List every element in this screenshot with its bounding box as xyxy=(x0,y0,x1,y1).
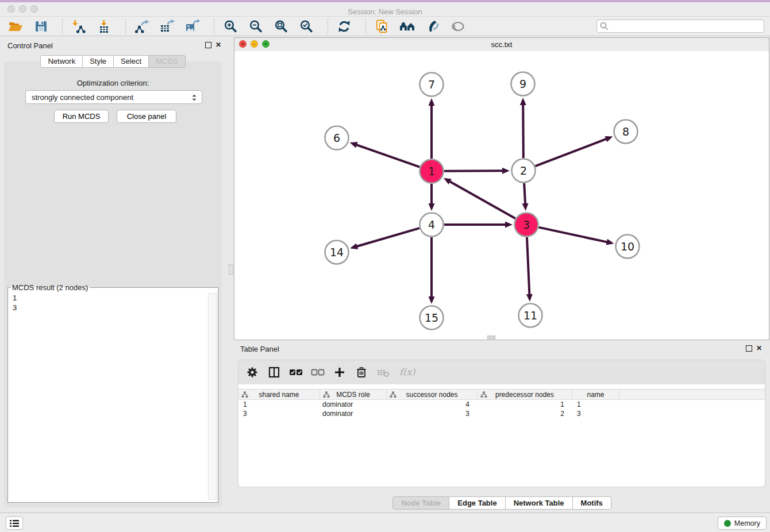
column-header-predecessor-nodes[interactable]: predecessor nodes xyxy=(478,390,572,399)
unchecked-boxes-icon xyxy=(311,365,325,379)
horizontal-splitter-handle[interactable] xyxy=(487,336,495,340)
column-header-label: shared name xyxy=(259,391,299,399)
fx-label: f(x) xyxy=(399,367,415,377)
table-cell[interactable]: dominator xyxy=(320,409,387,418)
vertical-splitter-handle[interactable] xyxy=(229,264,233,275)
graph-node-label: 6 xyxy=(333,132,340,144)
open-session-button[interactable] xyxy=(6,18,25,35)
deselect-all-columns-button[interactable] xyxy=(311,365,325,379)
column-header-name[interactable]: name xyxy=(572,390,619,399)
table-settings-button[interactable] xyxy=(245,365,259,379)
column-type-icon xyxy=(323,391,330,398)
export-table-icon xyxy=(160,20,175,33)
mcds-result-line: 3 xyxy=(13,303,17,313)
table-cell[interactable]: 1 xyxy=(238,400,320,409)
search-icon xyxy=(600,22,609,30)
zoom-out-button[interactable] xyxy=(246,18,265,35)
table-cell[interactable]: 3 xyxy=(387,409,478,418)
tab-edge-table[interactable]: Edge Table xyxy=(449,496,505,510)
delete-column-button[interactable] xyxy=(355,365,368,379)
memory-label: Memory xyxy=(734,519,760,527)
close-panel-button-2[interactable]: Close panel xyxy=(117,110,176,123)
column-header-shared-name[interactable]: shared name xyxy=(238,390,320,399)
refresh-button[interactable] xyxy=(334,18,354,35)
table-cell[interactable]: 2 xyxy=(478,409,572,418)
zoom-out-icon xyxy=(249,20,263,33)
export-image-button[interactable] xyxy=(183,18,202,35)
table-row[interactable]: 3dominator323 xyxy=(238,409,765,418)
graph-edge-arrowhead xyxy=(606,239,614,245)
save-session-button[interactable] xyxy=(31,18,51,35)
graph-edge-2-8[interactable] xyxy=(536,138,607,166)
criterion-dropdown[interactable]: strongly connected component xyxy=(25,90,202,104)
graphics-details-button[interactable] xyxy=(423,18,442,35)
table-cell[interactable]: 1 xyxy=(478,400,572,409)
graph-edge-arrowhead xyxy=(522,203,529,211)
network-file-icon xyxy=(375,20,389,33)
table-cell[interactable]: 3 xyxy=(572,409,619,418)
graph-edge-1-2[interactable] xyxy=(444,171,503,171)
graph-edge-1-6[interactable] xyxy=(356,145,419,167)
zoom-selected-button[interactable] xyxy=(297,18,316,35)
task-history-button[interactable] xyxy=(6,516,23,530)
table-tabbar: Node TableEdge TableNetwork TableMotifs xyxy=(234,496,770,510)
table-row[interactable]: 1dominator411 xyxy=(238,400,765,409)
import-network-icon xyxy=(72,20,86,33)
graph-edge-arrowhead xyxy=(605,136,613,142)
app-titlebar: Session: New Session xyxy=(0,2,770,17)
zoom-in-button[interactable] xyxy=(221,18,240,35)
float-panel-button[interactable] xyxy=(204,41,212,49)
column-header-successor-nodes[interactable]: successor nodes xyxy=(387,390,478,399)
table-cell[interactable]: dominator xyxy=(320,400,387,409)
import-network-button[interactable] xyxy=(69,18,88,35)
create-column-button[interactable] xyxy=(333,365,346,379)
table-float-button[interactable] xyxy=(745,344,753,352)
graph-edge-2-3[interactable] xyxy=(524,183,525,205)
graph-node-label: 11 xyxy=(523,309,537,322)
function-builder-button[interactable]: f(x) xyxy=(398,365,418,379)
show-column-panel-button[interactable] xyxy=(267,365,281,379)
graph-edge-4-14[interactable] xyxy=(356,228,419,246)
control-panel-header: Control Panel ✕ xyxy=(0,38,226,53)
export-network-button[interactable] xyxy=(132,18,152,35)
run-mcds-button[interactable]: Run MCDS xyxy=(54,110,109,123)
graph-edge-3-10[interactable] xyxy=(539,228,608,242)
mcds-result-box[interactable]: MCDS result (2 nodes) 13 xyxy=(7,283,218,503)
close-panel-button[interactable]: ✕ xyxy=(214,41,222,49)
first-neighbors-button[interactable] xyxy=(398,18,417,35)
graph-node-label: 3 xyxy=(523,218,530,231)
network-window-titlebar: × − + scc.txt xyxy=(234,38,769,52)
table-close-button[interactable]: ✕ xyxy=(755,344,763,352)
zoom-fit-button[interactable] xyxy=(271,18,291,35)
tab-motifs[interactable]: Motifs xyxy=(573,496,611,510)
zoom-fit-icon xyxy=(274,20,288,33)
new-network-file-button[interactable] xyxy=(372,18,392,35)
show-hide-details-button[interactable] xyxy=(448,18,468,35)
memory-button[interactable]: Memory xyxy=(718,516,767,530)
delete-table-button[interactable] xyxy=(376,365,390,379)
tab-mcds[interactable]: MCDS xyxy=(149,55,185,68)
table-cell[interactable]: 1 xyxy=(572,400,619,409)
column-header-MCDS-role[interactable]: MCDS role xyxy=(320,390,387,399)
column-header-filler xyxy=(619,390,765,399)
tab-network-table[interactable]: Network Table xyxy=(506,496,573,510)
refresh-icon xyxy=(337,20,351,33)
select-all-columns-button[interactable] xyxy=(289,365,303,379)
tab-network[interactable]: Network xyxy=(40,55,83,68)
tab-select[interactable]: Select xyxy=(114,55,149,68)
tab-style[interactable]: Style xyxy=(83,55,114,68)
app-title: Session: New Session xyxy=(0,7,770,16)
import-table-button[interactable] xyxy=(94,18,114,35)
mcds-result-title: MCDS result (2 nodes) xyxy=(10,283,90,292)
export-table-button[interactable] xyxy=(157,18,177,35)
mcds-result-scrollbar[interactable] xyxy=(208,293,217,500)
table-cell[interactable]: 3 xyxy=(238,409,320,418)
search-input[interactable] xyxy=(596,20,764,33)
tab-node-table[interactable]: Node Table xyxy=(392,496,449,510)
table-cell[interactable]: 4 xyxy=(387,400,478,409)
status-bar: Memory xyxy=(0,512,770,532)
network-canvas[interactable]: 1234678910111415 xyxy=(234,51,769,340)
graph-edge-3-11[interactable] xyxy=(527,237,529,295)
graph-edge-3-1[interactable] xyxy=(449,181,515,218)
graph-edge-2-9[interactable] xyxy=(523,104,523,158)
